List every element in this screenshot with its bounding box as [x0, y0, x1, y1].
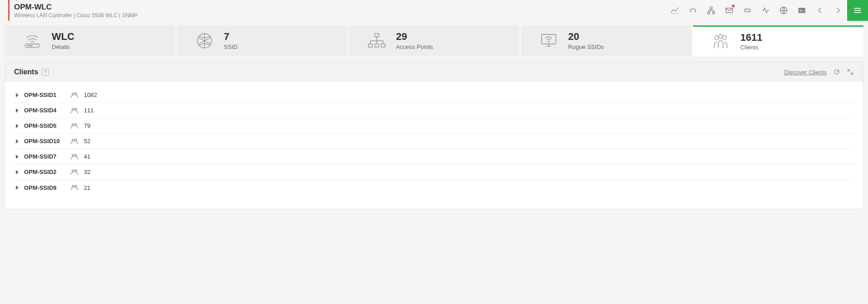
menu-button[interactable] — [847, 0, 868, 21]
tab-ap-label: Access Points — [396, 43, 433, 50]
ssid-name: OPM-SSID9 — [24, 184, 65, 191]
refresh-icon[interactable] — [833, 68, 840, 76]
discover-clients-link[interactable]: Discover Clients — [784, 69, 827, 76]
tab-details[interactable]: WLC Details — [5, 25, 175, 56]
tab-details-label: Details — [52, 43, 74, 50]
svg-point-41 — [75, 139, 77, 141]
ssid-name: OPM-SSID2 — [24, 169, 65, 175]
tab-ap-value: 29 — [396, 31, 433, 42]
svg-point-13 — [29, 45, 30, 46]
svg-rect-22 — [369, 44, 373, 47]
tab-clients-label: Clients — [740, 44, 762, 51]
svg-point-30 — [719, 34, 723, 39]
clients-count-icon — [70, 184, 78, 191]
expand-caret-icon[interactable] — [16, 93, 19, 97]
chart-icon[interactable] — [666, 0, 684, 21]
clients-count-icon — [70, 138, 78, 145]
mail-notification-dot — [732, 5, 735, 7]
panel-actions: Discover Clients — [784, 68, 854, 76]
tab-access-points[interactable]: 29 Access Points — [349, 25, 519, 56]
ssid-name: OPM-SSID5 — [24, 122, 65, 129]
svg-point-28 — [548, 41, 549, 42]
tab-clients[interactable]: 1611 Clients — [693, 25, 863, 56]
ssid-client-count: 21 — [84, 184, 90, 191]
expand-icon[interactable] — [847, 68, 854, 76]
tab-details-value: WLC — [52, 31, 74, 42]
svg-rect-24 — [381, 44, 385, 47]
ssid-name: OPM-SSID7 — [24, 153, 65, 160]
expand-caret-icon[interactable] — [16, 170, 19, 174]
svg-point-43 — [75, 154, 77, 156]
clients-count-icon — [70, 92, 78, 98]
expand-caret-icon[interactable] — [16, 124, 19, 128]
ssid-client-count: 1082 — [84, 92, 97, 98]
expand-caret-icon[interactable] — [16, 139, 19, 144]
svg-rect-23 — [375, 44, 379, 47]
header-title-block: OPM-WLC Wireless LAN Controller | Cisco … — [8, 0, 137, 21]
panel-header: Clients ? Discover Clients — [5, 62, 863, 82]
ssid-row[interactable]: OPM-SSID4111 — [14, 103, 854, 118]
link-icon[interactable] — [738, 0, 756, 21]
clients-count-icon — [70, 154, 78, 160]
ssid-row[interactable]: OPM-SSID741 — [14, 149, 854, 164]
svg-point-45 — [75, 169, 77, 172]
ssid-name: OPM-SSID4 — [24, 107, 65, 114]
hierarchy-icon — [367, 31, 386, 50]
svg-line-32 — [848, 70, 850, 72]
svg-rect-3 — [712, 12, 714, 14]
monitor-wifi-icon — [539, 31, 558, 50]
help-icon[interactable]: ? — [42, 68, 49, 76]
ssid-row[interactable]: OPM-SSID11082 — [14, 87, 854, 103]
tab-ssid-value: 7 — [224, 31, 238, 42]
device-subtitle: Wireless LAN Controller | Cisco 5508 WLC… — [14, 12, 137, 19]
header-toolbar — [666, 0, 868, 21]
expand-caret-icon[interactable] — [16, 154, 19, 159]
svg-line-33 — [851, 72, 853, 74]
ssid-row[interactable]: OPM-SSID1052 — [14, 134, 854, 149]
tab-clients-value: 1611 — [740, 32, 762, 43]
svg-point-34 — [72, 92, 74, 95]
clients-panel: Clients ? Discover Clients OPM-SSID11082… — [5, 62, 863, 209]
clients-count-icon — [70, 169, 78, 175]
svg-rect-6 — [799, 8, 805, 13]
svg-point-47 — [75, 185, 77, 188]
svg-rect-16 — [375, 34, 379, 37]
tab-rogue-label: Rogue SSIDs — [568, 43, 604, 50]
svg-point-29 — [715, 35, 719, 39]
globe-icon[interactable] — [775, 0, 793, 21]
prev-arrow-icon[interactable] — [811, 0, 829, 21]
svg-point-36 — [72, 108, 74, 110]
activity-icon[interactable] — [756, 0, 775, 21]
device-name: OPM-WLC — [14, 3, 137, 12]
ssid-row[interactable]: OPM-SSID921 — [14, 180, 854, 195]
ssid-client-list: OPM-SSID11082OPM-SSID4111OPM-SSID579OPM-… — [5, 82, 863, 209]
clients-count-icon — [70, 123, 78, 129]
alert-bell-icon[interactable] — [684, 0, 702, 21]
svg-rect-2 — [708, 12, 710, 14]
ssid-row[interactable]: OPM-SSID579 — [14, 118, 854, 134]
tab-ssid[interactable]: 7 SSID — [177, 25, 347, 56]
tab-ssid-label: SSID — [224, 43, 238, 50]
mail-icon[interactable] — [720, 0, 738, 21]
expand-caret-icon[interactable] — [16, 185, 19, 190]
ssid-row[interactable]: OPM-SSID232 — [14, 164, 854, 180]
ssid-name: OPM-SSID10 — [24, 138, 65, 145]
ssid-client-count: 111 — [84, 107, 94, 114]
svg-rect-1 — [710, 7, 712, 9]
svg-point-44 — [72, 169, 74, 172]
svg-point-37 — [75, 108, 77, 110]
network-topology-icon[interactable] — [702, 0, 720, 21]
summary-tabs: WLC Details 7 SSID 29 Access Points 20 R… — [5, 25, 863, 56]
panel-title: Clients — [14, 68, 38, 76]
people-icon — [711, 32, 730, 51]
ssid-client-count: 41 — [84, 153, 90, 160]
svg-point-39 — [75, 123, 77, 125]
ssid-name: OPM-SSID1 — [24, 92, 65, 98]
svg-point-31 — [723, 35, 727, 39]
ssid-client-count: 32 — [84, 169, 90, 175]
expand-caret-icon[interactable] — [16, 108, 19, 113]
next-arrow-icon[interactable] — [829, 0, 847, 21]
svg-point-12 — [27, 45, 28, 46]
tab-rogue-ssids[interactable]: 20 Rogue SSIDs — [521, 25, 692, 56]
terminal-icon[interactable] — [793, 0, 811, 21]
